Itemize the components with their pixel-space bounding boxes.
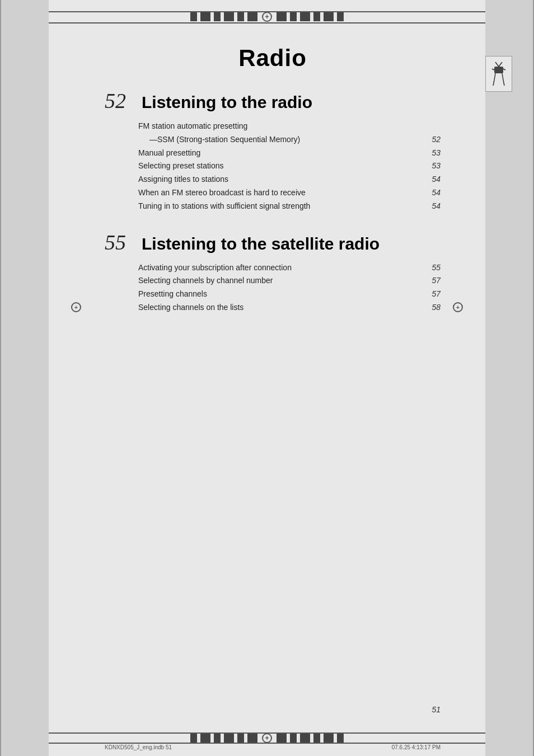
top-border	[49, 0, 485, 34]
seg	[313, 12, 320, 21]
footer-right: 07.6.25 4:13:17 PM	[392, 744, 441, 750]
svg-line-4	[503, 69, 505, 70]
toc-item-text: Tuning in to stations with sufficient si…	[138, 200, 427, 213]
seg	[214, 12, 221, 21]
toc-item-text: —SSM (Strong-station Sequential Memory)	[138, 133, 427, 147]
page: Radio 52 Listening to the radio FM stati…	[0, 0, 534, 756]
toc-page: 54	[427, 200, 441, 213]
toc-item: Assigning titles to stations 54	[138, 173, 441, 186]
seg	[313, 734, 320, 743]
seg	[290, 734, 297, 743]
toc-item-text: When an FM stereo broadcast is hard to r…	[138, 186, 427, 200]
tab-svg-icon	[490, 61, 508, 87]
toc-item-text: Activating your subscription after conne…	[138, 261, 427, 275]
toc-item-text: FM station automatic presetting	[138, 120, 427, 133]
svg-line-8	[503, 80, 504, 86]
left-border	[0, 0, 1, 756]
seg	[247, 734, 257, 743]
seg	[290, 12, 297, 21]
toc-page: 54	[427, 186, 441, 200]
section-2-header: 55 Listening to the satellite radio	[105, 230, 441, 255]
section-1: 52 Listening to the radio FM station aut…	[105, 88, 441, 213]
toc-item-text: Presetting channels	[138, 288, 427, 301]
seg	[224, 734, 234, 743]
toc-item: Selecting preset stations 53	[138, 159, 441, 173]
toc-page: 55	[427, 261, 441, 275]
seg	[324, 734, 334, 743]
toc-page: 57	[427, 274, 441, 288]
toc-item-text: Manual presetting	[138, 147, 427, 160]
section-2-toc: Activating your subscription after conne…	[138, 261, 441, 314]
bottom-area: KDNXD505_J_eng.indb 51 07.6.25 4:13:17 P…	[49, 722, 485, 756]
left-margin-circle	[71, 302, 81, 312]
seg	[190, 12, 197, 21]
seg	[300, 734, 310, 743]
svg-line-3	[492, 69, 494, 70]
toc-item: When an FM stereo broadcast is hard to r…	[138, 186, 441, 200]
section-1-title: Listening to the radio	[142, 93, 312, 112]
seg	[247, 12, 257, 21]
seg	[237, 734, 244, 743]
bottom-right-segments	[275, 734, 345, 743]
toc-item: Selecting channels on the lists 58	[138, 301, 441, 314]
toc-item: Activating your subscription after conne…	[138, 261, 441, 275]
page-number: 51	[432, 705, 441, 714]
toc-page: 57	[427, 288, 441, 301]
seg	[277, 12, 287, 21]
seg	[237, 12, 244, 21]
right-segments	[275, 12, 345, 21]
toc-page: 53	[427, 159, 441, 173]
border-line-2	[49, 22, 485, 24]
seg	[324, 12, 334, 21]
seg	[277, 734, 287, 743]
svg-line-0	[495, 62, 499, 67]
toc-page: 54	[427, 173, 441, 186]
svg-rect-2	[494, 67, 503, 73]
seg	[300, 12, 310, 21]
section-2-number: 55	[105, 230, 133, 255]
toc-page: 52	[427, 133, 441, 147]
section-1-number: 52	[105, 88, 133, 113]
seg	[200, 734, 210, 743]
seg	[190, 734, 197, 743]
seg	[224, 12, 234, 21]
bottom-left-segments	[189, 734, 259, 743]
paper: Radio 52 Listening to the radio FM stati…	[49, 0, 485, 756]
toc-item-text: Selecting channels on the lists	[138, 301, 427, 314]
right-margin-circle	[453, 302, 463, 312]
svg-line-7	[493, 80, 494, 86]
toc-item: Manual presetting 53	[138, 147, 441, 160]
top-strip	[65, 12, 469, 21]
content-area: Radio 52 Listening to the radio FM stati…	[49, 34, 485, 342]
left-segments	[189, 12, 259, 21]
toc-page: 53	[427, 147, 441, 160]
toc-item: FM station automatic presetting	[138, 120, 441, 133]
radio-icon	[489, 60, 509, 88]
seg	[337, 734, 344, 743]
toc-item: Selecting channels by channel number 57	[138, 274, 441, 288]
svg-line-5	[494, 73, 495, 80]
toc-item: Tuning in to stations with sufficient si…	[138, 200, 441, 213]
toc-page: 58	[427, 301, 441, 314]
toc-item-text: Assigning titles to stations	[138, 173, 427, 186]
toc-item: Presetting channels 57	[138, 288, 441, 301]
toc-item-text: Selecting preset stations	[138, 159, 427, 173]
bottom-center-circle	[262, 733, 272, 743]
toc-item: —SSM (Strong-station Sequential Memory) …	[138, 133, 441, 147]
seg	[337, 12, 344, 21]
section-1-header: 52 Listening to the radio	[105, 88, 441, 113]
seg	[214, 734, 221, 743]
section-1-toc: FM station automatic presetting —SSM (St…	[138, 120, 441, 213]
footer-left: KDNXD505_J_eng.indb 51	[105, 744, 172, 750]
bottom-strip	[65, 734, 469, 743]
svg-line-1	[499, 62, 502, 67]
section-2: 55 Listening to the satellite radio Acti…	[105, 230, 441, 314]
section-2-title: Listening to the satellite radio	[142, 234, 380, 253]
toc-item-text: Selecting channels by channel number	[138, 274, 427, 288]
seg	[200, 12, 210, 21]
page-title: Radio	[105, 45, 441, 72]
top-center-circle	[262, 12, 272, 22]
right-tab	[485, 56, 512, 92]
svg-line-6	[502, 73, 503, 80]
